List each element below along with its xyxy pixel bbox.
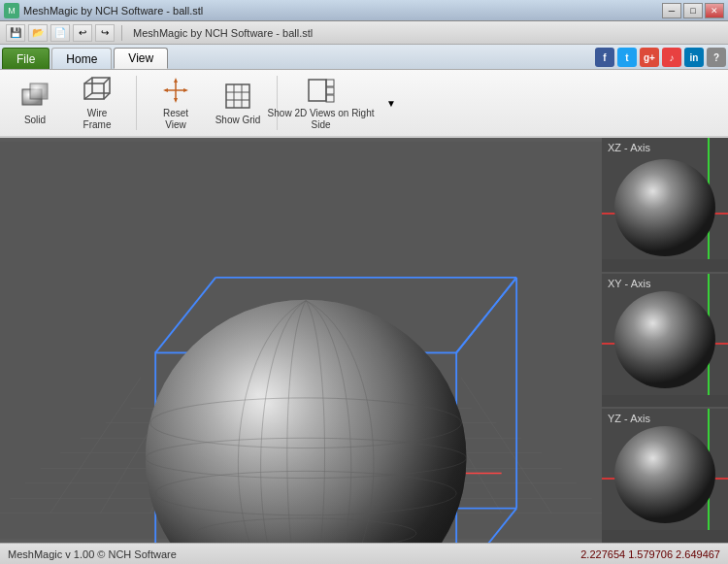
yz-axis-label: YZ - Axis <box>608 413 650 424</box>
open-quick-button[interactable]: 📂 <box>28 24 48 42</box>
showgrid-label: Show Grid <box>215 115 261 126</box>
quick-access-toolbar: 💾 📂 📄 ↩ ↪ MeshMagic by NCH Software - ba… <box>0 21 728 45</box>
window-controls[interactable]: ─ □ ✕ <box>662 3 724 18</box>
show2dviews-icon <box>307 76 336 108</box>
svg-rect-20 <box>326 80 334 86</box>
coordinates-display: 2.227654 1.579706 2.649467 <box>580 548 720 560</box>
music-icon[interactable]: ♪ <box>662 48 681 67</box>
solid-icon <box>19 81 50 112</box>
new-quick-button[interactable]: 📄 <box>50 24 70 42</box>
app-title-quick: MeshMagic by NCH Software - ball.stl <box>133 27 313 39</box>
googleplus-icon[interactable]: g+ <box>640 48 659 67</box>
svg-marker-12 <box>163 88 168 92</box>
xy-axis-canvas <box>602 274 728 395</box>
svg-line-5 <box>104 78 110 83</box>
yz-axis-panel: YZ - Axis <box>602 409 728 543</box>
xy-axis-panel: XY - Axis <box>602 274 728 408</box>
show2dviews-dropdown-arrow[interactable]: ▼ <box>384 98 396 109</box>
tab-home[interactable]: Home <box>51 48 112 69</box>
xz-axis-label: XZ - Axis <box>608 142 650 153</box>
status-left: MeshMagic v 1.00 © NCH Software <box>8 548 177 560</box>
svg-line-7 <box>104 93 110 99</box>
svg-rect-22 <box>326 95 334 102</box>
show2dviews-content: Show 2D Views on Right Side <box>260 76 381 131</box>
wireframe-label: Wire Frame <box>73 108 121 131</box>
svg-rect-21 <box>326 87 334 94</box>
tab-file[interactable]: File <box>2 48 50 69</box>
svg-rect-1 <box>30 83 48 99</box>
ribbon-toolbar: Solid Wire Frame <box>0 70 728 138</box>
svg-rect-14 <box>226 84 249 108</box>
linkedin-icon[interactable]: in <box>684 48 704 67</box>
title-bar: M MeshMagic by NCH Software - ball.stl ─… <box>0 0 728 21</box>
facebook-icon[interactable]: f <box>595 48 614 67</box>
app-icon: M <box>4 3 19 18</box>
svg-line-4 <box>84 78 92 83</box>
solid-button[interactable]: Solid <box>8 74 62 132</box>
svg-point-65 <box>614 159 715 256</box>
3d-viewport[interactable]: Perspective View <box>0 138 602 543</box>
help-icon[interactable]: ? <box>707 48 726 67</box>
svg-marker-13 <box>183 88 188 92</box>
svg-rect-19 <box>309 80 326 101</box>
menu-bar: File Home View f t g+ ♪ in ? <box>0 45 728 70</box>
svg-marker-10 <box>174 78 178 83</box>
undo-button[interactable]: ↩ <box>73 24 92 42</box>
social-icons-bar: f t g+ ♪ in ? <box>595 48 726 69</box>
resetview-label: Reset View <box>151 108 200 131</box>
close-button[interactable]: ✕ <box>705 3 724 18</box>
side-panels: XZ - Axis <box>602 138 728 543</box>
toolbar-separator <box>121 25 122 41</box>
svg-marker-11 <box>174 98 178 103</box>
resetview-button[interactable]: Reset View <box>149 74 203 132</box>
redo-button[interactable]: ↪ <box>95 24 115 42</box>
viewport-canvas <box>0 138 602 543</box>
xz-axis-panel: XZ - Axis <box>602 138 728 272</box>
resetview-icon <box>160 76 191 105</box>
show2dviews-label: Show 2D Views on Right Side <box>263 108 380 131</box>
show2dviews-button[interactable]: Show 2D Views on Right Side ▼ <box>289 74 367 132</box>
save-quick-button[interactable]: 💾 <box>6 24 25 42</box>
solid-label: Solid <box>24 115 46 126</box>
wireframe-icon <box>82 76 113 105</box>
showgrid-icon <box>222 81 253 112</box>
twitter-icon[interactable]: t <box>617 48 637 67</box>
svg-point-73 <box>614 426 715 523</box>
tab-view[interactable]: View <box>114 48 168 69</box>
xy-axis-label: XY - Axis <box>608 278 650 289</box>
svg-line-6 <box>84 93 92 99</box>
show2dviews-dropdown: Show 2D Views on Right Side ▼ <box>255 74 401 132</box>
xz-axis-canvas <box>602 138 728 259</box>
status-bar: MeshMagic v 1.00 © NCH Software 2.227654… <box>0 543 728 564</box>
wireframe-button[interactable]: Wire Frame <box>70 74 124 132</box>
maximize-button[interactable]: □ <box>683 3 703 18</box>
yz-axis-canvas <box>602 409 728 530</box>
title-bar-left: M MeshMagic by NCH Software - ball.stl <box>4 3 203 18</box>
ribbon-sep-1 <box>136 76 137 130</box>
minimize-button[interactable]: ─ <box>662 3 681 18</box>
main-area: Perspective View <box>0 138 728 543</box>
window-title: MeshMagic by NCH Software - ball.stl <box>23 5 203 17</box>
svg-point-69 <box>614 291 715 388</box>
